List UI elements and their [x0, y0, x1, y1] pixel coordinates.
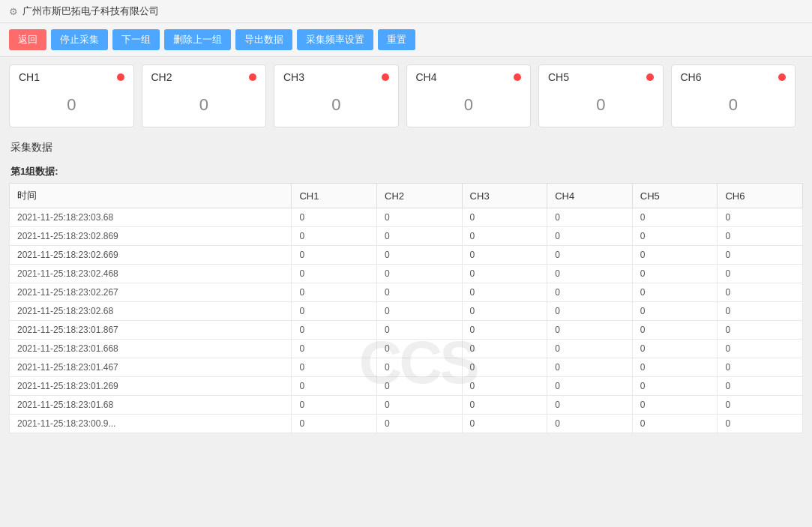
title-bar: ⚙ 广州市斯巴拓电子科技有限公司 — [0, 0, 812, 23]
table-row: 2021-11-25:18:23:01.467000000 — [10, 358, 803, 377]
stop-button[interactable]: 停止采集 — [51, 29, 108, 50]
channel-label: CH1 — [19, 71, 40, 83]
channel-value: 0 — [151, 89, 257, 121]
col-header-ch2: CH2 — [377, 184, 463, 208]
channel-label: CH2 — [151, 71, 172, 83]
channel-value: 0 — [19, 89, 124, 121]
toolbar: 返回停止采集下一组删除上一组导出数据采集频率设置重置 — [0, 23, 812, 57]
status-dot — [117, 73, 124, 81]
data-table-wrap: 时间CH1CH2CH3CH4CH5CH6 2021-11-25:18:23:03… — [0, 183, 812, 442]
table-row: 2021-11-25:18:23:01.269000000 — [10, 377, 803, 396]
channel-card-ch2: CH2 0 — [142, 64, 267, 127]
table-row: 2021-11-25:18:23:02.669000000 — [10, 246, 803, 265]
channel-label: CH5 — [548, 71, 569, 83]
status-dot — [778, 73, 786, 81]
channel-card-ch1: CH1 0 — [9, 64, 134, 127]
table-row: 2021-11-25:18:23:02.68000000 — [10, 302, 803, 321]
export-button[interactable]: 导出数据 — [235, 29, 292, 50]
status-dot — [514, 73, 521, 81]
channel-card-ch3: CH3 0 — [274, 64, 399, 127]
table-row: 2021-11-25:18:23:01.867000000 — [10, 321, 803, 340]
col-header-ch3: CH3 — [462, 184, 547, 208]
table-row: 2021-11-25:18:23:03.68000000 — [10, 208, 803, 227]
table-row: 2021-11-25:18:23:02.267000000 — [10, 283, 803, 302]
channel-card-ch5: CH5 0 — [538, 64, 664, 127]
section-header: 采集数据 — [0, 135, 812, 160]
channel-value: 0 — [416, 89, 522, 121]
channel-value: 0 — [548, 89, 654, 121]
app-title: 广州市斯巴拓电子科技有限公司 — [22, 4, 159, 18]
table-row: 2021-11-25:18:23:01.68000000 — [10, 396, 803, 415]
data-table: 时间CH1CH2CH3CH4CH5CH6 2021-11-25:18:23:03… — [9, 183, 803, 433]
channel-card-ch4: CH4 0 — [406, 64, 532, 127]
table-row: 2021-11-25:18:23:00.9...000000 — [10, 415, 803, 433]
channel-label: CH3 — [283, 71, 304, 83]
channel-label: CH6 — [681, 71, 702, 83]
table-row: 2021-11-25:18:23:02.869000000 — [10, 227, 803, 246]
table-row: 2021-11-25:18:23:02.468000000 — [10, 265, 803, 283]
channel-value: 0 — [283, 89, 389, 121]
table-row: 2021-11-25:18:23:01.668000000 — [10, 340, 803, 358]
status-dot — [382, 73, 389, 81]
status-dot — [249, 73, 256, 81]
delete-button[interactable]: 删除上一组 — [164, 29, 231, 50]
channel-card-ch6: CH6 0 — [671, 64, 796, 127]
col-header-时间: 时间 — [10, 184, 292, 208]
app-icon: ⚙ — [9, 6, 18, 17]
channels-row: CH1 0 CH2 0 CH3 0 CH4 0 CH5 0 CH6 — [0, 57, 812, 135]
freq-button[interactable]: 采集频率设置 — [297, 29, 373, 50]
reset-button[interactable]: 重置 — [378, 29, 415, 50]
back-button[interactable]: 返回 — [9, 29, 46, 50]
col-header-ch1: CH1 — [292, 184, 377, 208]
col-header-ch6: CH6 — [718, 184, 803, 208]
channel-label: CH4 — [416, 71, 437, 83]
channel-value: 0 — [681, 89, 787, 121]
group-label: 第1组数据: — [0, 160, 812, 183]
col-header-ch5: CH5 — [632, 184, 718, 208]
col-header-ch4: CH4 — [547, 184, 633, 208]
next-button[interactable]: 下一组 — [112, 29, 160, 50]
status-dot — [646, 73, 654, 81]
